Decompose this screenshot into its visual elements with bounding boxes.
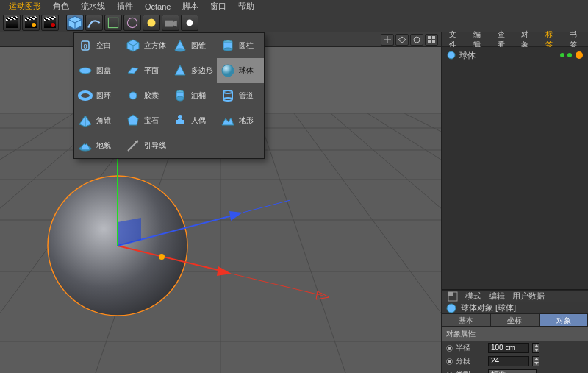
attribute-header: 球体对象 [球体] xyxy=(442,302,588,313)
oiltank-icon xyxy=(172,88,188,104)
primitive-popup: 0空白 立方体 圆锥 圆柱 圆盘 平面 多边形 球体 圆环 胶囊 油桶 管道 xyxy=(74,32,265,159)
attribute-mode-bar: 模式 编辑 用户数据 xyxy=(442,290,588,302)
right-dock: 文件 编辑 查看 对象 标签 书签 球体 模式 编辑 用户数据 xyxy=(441,32,588,373)
menu-mograph[interactable]: 运动图形 xyxy=(3,0,47,13)
prim-pyramid[interactable]: 角锥 xyxy=(74,108,122,133)
add-camera-button[interactable] xyxy=(162,15,179,31)
scene-icon xyxy=(143,15,159,31)
svg-marker-73 xyxy=(222,118,234,125)
viewport-panel: 0空白 立方体 圆锥 圆柱 圆盘 平面 多边形 球体 圆环 胶囊 油桶 管道 xyxy=(0,32,441,373)
prim-relief[interactable]: 地貌 xyxy=(74,133,122,158)
platonic-icon xyxy=(125,113,141,129)
prim-torus[interactable]: 圆环 xyxy=(74,83,122,108)
svg-marker-68 xyxy=(128,115,138,125)
prim-cylinder[interactable]: 圆柱 xyxy=(217,33,265,58)
attr-type-label: 类型 xyxy=(456,369,485,373)
prim-platonic[interactable]: 宝石 xyxy=(122,108,170,133)
vp-zoom-icon[interactable] xyxy=(395,34,409,46)
svg-rect-40 xyxy=(428,36,431,39)
attr-radius-input[interactable]: 100 cm xyxy=(488,343,529,353)
attr-type-select[interactable]: 标准 xyxy=(488,369,537,373)
relief-icon xyxy=(77,138,93,154)
cone-icon xyxy=(172,38,188,54)
prim-oiltank[interactable]: 油桶 xyxy=(169,83,217,108)
phong-tag-icon[interactable] xyxy=(575,51,584,60)
landscape-icon xyxy=(220,113,236,129)
visibility-render-dot[interactable] xyxy=(567,53,572,57)
attribute-tabs: 基本 坐标 对象 xyxy=(442,313,588,327)
guide-icon xyxy=(125,138,141,154)
svg-rect-80 xyxy=(448,292,453,296)
prim-guide[interactable]: 引导线 xyxy=(122,133,170,158)
menu-octane[interactable]: Octane xyxy=(139,1,176,12)
add-spline-button[interactable] xyxy=(85,15,103,31)
mode-icon[interactable] xyxy=(448,291,458,302)
vp-pan-icon[interactable] xyxy=(381,34,394,46)
menu-help[interactable]: 帮助 xyxy=(232,0,260,13)
light-icon xyxy=(182,15,198,31)
attr-row-type: 类型 标准 xyxy=(442,368,588,373)
prim-figure[interactable]: 人偶 xyxy=(169,108,217,133)
attr-segments-input[interactable]: 24 xyxy=(488,356,529,366)
plane-icon xyxy=(125,63,141,79)
attr-row-segments: 分段 24 xyxy=(442,355,588,368)
render-settings-button[interactable] xyxy=(41,15,59,31)
svg-point-56 xyxy=(222,65,234,77)
mode-tab-edit[interactable]: 编辑 xyxy=(489,291,505,302)
prim-cone[interactable]: 圆锥 xyxy=(169,33,217,58)
attr-segments-spinner[interactable] xyxy=(532,356,539,366)
menu-window[interactable]: 窗口 xyxy=(204,0,232,13)
attr-tab-object[interactable]: 对象 xyxy=(539,313,588,327)
prim-cube[interactable]: 立方体 xyxy=(122,33,170,58)
vp-rotate-icon[interactable] xyxy=(410,34,423,46)
svg-marker-6 xyxy=(173,20,177,26)
svg-point-62 xyxy=(223,90,232,93)
attr-section-title: 对象属性 xyxy=(442,327,588,341)
attr-tab-coord[interactable]: 坐标 xyxy=(490,313,539,327)
add-light-button[interactable] xyxy=(181,15,198,31)
vp-layout-icon[interactable] xyxy=(425,34,438,46)
mode-tab-userdata[interactable]: 用户数据 xyxy=(512,291,545,302)
tree-item-sphere[interactable]: 球体 xyxy=(446,49,584,62)
prim-null[interactable]: 0空白 xyxy=(74,33,122,58)
svg-point-52 xyxy=(223,48,232,51)
add-scene-button[interactable] xyxy=(143,15,160,31)
attr-segments-radio[interactable] xyxy=(446,358,453,365)
main-menu-bar: 运动图形 角色 流水线 插件 Octane 脚本 窗口 帮助 xyxy=(0,0,588,13)
attr-row-radius: 半径 100 cm xyxy=(442,341,588,355)
generator-icon xyxy=(105,15,121,31)
disc-icon xyxy=(77,63,93,79)
svg-point-7 xyxy=(187,19,193,26)
tube-icon xyxy=(220,88,236,104)
prim-tube[interactable]: 管道 xyxy=(217,83,265,108)
svg-point-81 xyxy=(447,304,456,313)
attribute-title: 球体对象 [球体] xyxy=(461,302,516,313)
mode-tab-mode[interactable]: 模式 xyxy=(465,291,481,302)
visibility-editor-dot[interactable] xyxy=(560,53,564,57)
menu-plugins[interactable]: 插件 xyxy=(111,0,139,13)
svg-point-78 xyxy=(576,51,583,59)
svg-point-49 xyxy=(175,49,185,51)
perspective-viewport[interactable]: 0空白 立方体 圆锥 圆柱 圆盘 平面 多边形 球体 圆环 胶囊 油桶 管道 xyxy=(0,32,441,373)
prim-capsule[interactable]: 胶囊 xyxy=(122,83,170,108)
prim-disc[interactable]: 圆盘 xyxy=(74,58,122,83)
attr-radius-spinner[interactable] xyxy=(532,343,539,353)
render-region-button[interactable] xyxy=(22,15,40,31)
menu-script[interactable]: 脚本 xyxy=(176,0,204,13)
object-manager[interactable]: 球体 xyxy=(442,47,588,290)
svg-rect-5 xyxy=(165,20,173,26)
prim-landscape[interactable]: 地形 xyxy=(217,108,265,133)
menu-character[interactable]: 角色 xyxy=(47,0,75,13)
svg-rect-2 xyxy=(108,18,118,27)
prim-polygon[interactable]: 多边形 xyxy=(169,58,217,83)
attr-tab-basic[interactable]: 基本 xyxy=(442,313,490,327)
add-generator-button[interactable] xyxy=(104,15,122,31)
prim-sphere[interactable]: 球体 xyxy=(217,58,265,83)
svg-text:0: 0 xyxy=(83,43,87,50)
menu-pipeline[interactable]: 流水线 xyxy=(75,0,111,13)
add-primitive-button[interactable] xyxy=(66,15,84,31)
attr-radius-radio[interactable] xyxy=(446,345,453,352)
render-frame-button[interactable] xyxy=(3,15,21,31)
prim-plane[interactable]: 平面 xyxy=(122,58,170,83)
add-deformer-button[interactable] xyxy=(123,15,141,31)
